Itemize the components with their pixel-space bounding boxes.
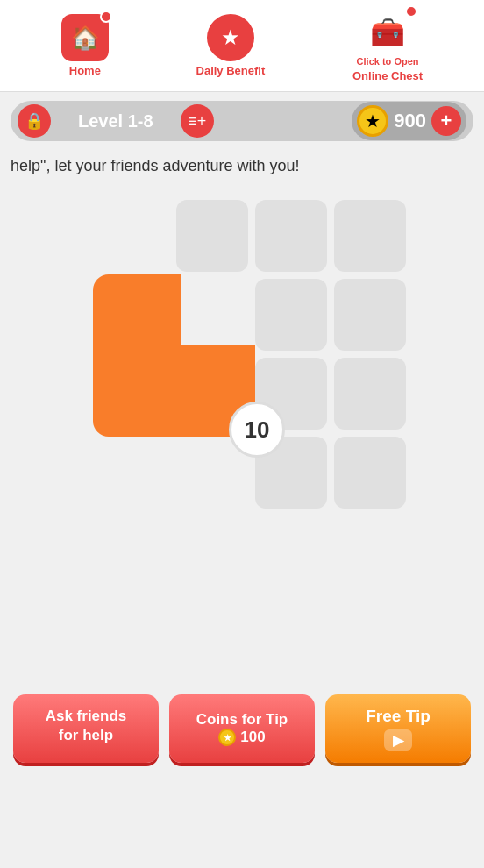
grid-cell (334, 279, 406, 351)
hint-text: help", let your friends adventure with y… (0, 150, 484, 182)
daily-label: Daily Benefit (196, 64, 266, 77)
coins-tip-amount-row: ★ 100 (218, 729, 265, 746)
grid-cell (334, 358, 406, 430)
daily-icon-bg: ★ (207, 14, 254, 61)
home-icon-bg: 🏠 (61, 14, 109, 61)
grid-cell (334, 200, 406, 272)
small-coin-icon: ★ (218, 729, 236, 746)
grid-cell (255, 279, 327, 351)
top-nav-bar: 🏠 Home ★ Daily Benefit 🧰 Click to Open O… (0, 0, 484, 92)
list-button[interactable]: ≡+ (181, 104, 214, 138)
level-label: Level 1-8 (51, 111, 181, 132)
home-notification-dot (100, 11, 112, 23)
video-icon: ▶ (384, 729, 412, 751)
lock-button[interactable]: 🔒 (18, 104, 51, 138)
home-nav-button[interactable]: 🏠 Home (61, 14, 109, 77)
grid-cell (176, 200, 248, 272)
game-area: 10 (0, 191, 484, 533)
coin-area: ★ 900 + (352, 102, 466, 140)
grid-cell (334, 437, 406, 509)
free-tip-button[interactable]: Free Tip ▶ (325, 694, 471, 763)
ask-friends-button[interactable]: Ask friends for help (13, 694, 159, 763)
coins-for-tip-button[interactable]: Coins for Tip ★ 100 (169, 694, 315, 763)
online-chest-button[interactable]: 🧰 Click to Open Online Chest (352, 9, 423, 82)
chest-label: Online Chest (352, 69, 423, 82)
bottom-buttons: Ask friends for help Coins for Tip ★ 100… (0, 694, 484, 763)
grid-container: 10 (93, 200, 391, 524)
add-coins-button[interactable]: + (431, 106, 461, 136)
grid-cell (255, 200, 327, 272)
chest-sublabel: Click to Open (357, 56, 419, 67)
daily-benefit-button[interactable]: ★ Daily Benefit (196, 14, 266, 77)
home-label: Home (69, 64, 101, 77)
header-bar: 🔒 Level 1-8 ≡+ ★ 900 + (11, 101, 473, 141)
coin-icon: ★ (357, 105, 388, 137)
number-circle: 10 (229, 402, 285, 458)
orange-piece (93, 274, 255, 437)
chest-notification-dot (405, 5, 417, 18)
chest-icon: 🧰 (361, 9, 414, 56)
coin-count: 900 (394, 110, 426, 132)
